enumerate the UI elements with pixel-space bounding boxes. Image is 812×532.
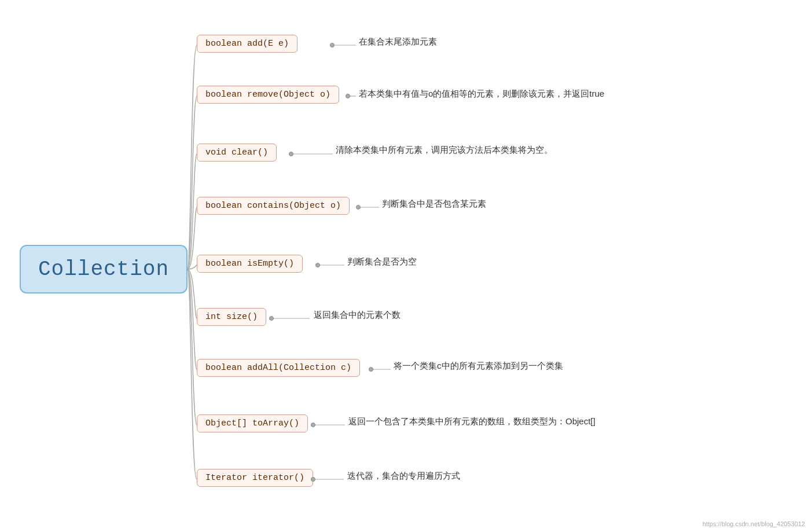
desc-clear: 清除本类集中所有元素，调用完该方法后本类集将为空。: [336, 145, 553, 156]
dot-size: [269, 316, 274, 321]
desc-iterator: 迭代器，集合的专用遍历方式: [347, 471, 460, 482]
desc-toarray: 返回一个包含了本类集中所有元素的数组，数组类型为：Object[]: [348, 416, 596, 427]
dot-contains: [356, 205, 361, 210]
dot-add: [330, 43, 335, 47]
desc-add: 在集合末尾添加元素: [359, 36, 437, 47]
dot-toarray: [311, 423, 315, 427]
desc-size: 返回集合中的元素个数: [314, 310, 401, 321]
desc-addall: 将一个类集c中的所有元素添加到另一个类集: [394, 361, 563, 372]
method-contains: boolean contains(Object o): [197, 197, 350, 215]
method-addall: boolean addAll(Collection c): [197, 359, 360, 377]
method-size: int size(): [197, 308, 266, 326]
desc-contains: 判断集合中是否包含某元素: [382, 199, 486, 210]
dot-iterator: [311, 477, 315, 482]
watermark: https://blog.csdn.net/blog_42053012: [703, 520, 805, 527]
dot-addall: [369, 367, 373, 372]
dot-clear: [289, 152, 293, 156]
collection-node: Collection: [20, 245, 188, 293]
mind-map-diagram: Collection boolean add(E e) 在集合末尾添加元素 bo…: [0, 0, 812, 532]
method-isempty: boolean isEmpty(): [197, 255, 303, 273]
method-clear: void clear(): [197, 144, 277, 162]
method-toarray: Object[] toArray(): [197, 414, 308, 432]
method-iterator: Iterator iterator(): [197, 469, 313, 487]
dot-isempty: [315, 263, 320, 267]
dot-remove: [346, 94, 350, 98]
collection-label: Collection: [38, 258, 169, 281]
desc-remove: 若本类集中有值与o的值相等的元素，则删除该元素，并返回true: [359, 89, 604, 100]
desc-isempty: 判断集合是否为空: [347, 256, 417, 267]
method-add: boolean add(E e): [197, 35, 297, 53]
method-remove: boolean remove(Object o): [197, 86, 339, 104]
